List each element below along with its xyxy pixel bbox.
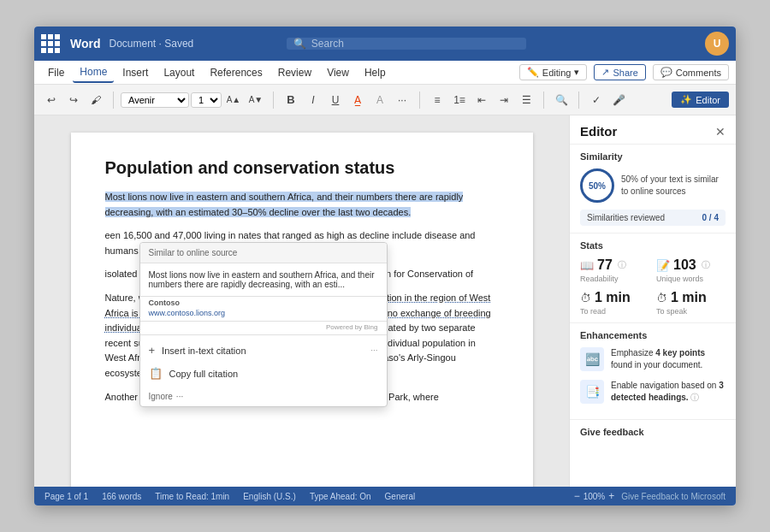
stats-section-title: Stats bbox=[580, 240, 726, 251]
status-bar: Page 1 of 1 166 words Time to Read: 1min… bbox=[34, 487, 736, 505]
enh1-text: Emphasize 4 key points found in your doc… bbox=[611, 347, 726, 371]
unique-words-label: Unique words bbox=[656, 275, 726, 283]
indent-decrease-button[interactable]: ⇤ bbox=[471, 90, 492, 110]
menu-review[interactable]: Review bbox=[271, 63, 318, 82]
underline-button[interactable]: U bbox=[325, 90, 346, 110]
ignore-more[interactable]: ··· bbox=[176, 392, 183, 401]
menu-view[interactable]: View bbox=[320, 63, 356, 82]
enhancements-section: Enhancements 🔤 Emphasize 4 key points fo… bbox=[570, 323, 736, 420]
highlight-button[interactable]: A̲ bbox=[347, 90, 368, 110]
font-grow-button[interactable]: A▲ bbox=[223, 90, 244, 110]
zoom-out-button[interactable]: − bbox=[574, 490, 580, 502]
citation-popup: Similar to online source Most lions now … bbox=[139, 242, 388, 407]
font-size-select[interactable]: 18 bbox=[191, 92, 222, 108]
document-page: Population and conservation status Most … bbox=[71, 133, 533, 487]
menu-references[interactable]: References bbox=[203, 63, 269, 82]
readability-value: 77 bbox=[597, 257, 613, 273]
popup-source-url: www.contoso.lions.org bbox=[140, 309, 387, 322]
stats-grid: 📖 77 ⓘ Readability 📝 103 ⓘ Unique words bbox=[580, 257, 726, 316]
editor-label: Editor bbox=[696, 95, 720, 105]
share-button[interactable]: ↗ Share bbox=[594, 64, 645, 80]
unique-words-value: 103 bbox=[673, 257, 696, 273]
search-icon: 🔍 bbox=[293, 38, 306, 50]
speak-time-label: To speak bbox=[656, 307, 726, 316]
font-select[interactable]: Avenir bbox=[121, 92, 189, 108]
similarities-reviewed-count: 0 / 4 bbox=[702, 213, 719, 222]
italic-button[interactable]: I bbox=[303, 90, 323, 110]
edit-icon: ✏️ bbox=[527, 67, 539, 78]
editor-toolbar-button[interactable]: ✨ Editor bbox=[672, 92, 729, 108]
speak-time-icon-row: ⏱ 1 min bbox=[656, 290, 726, 305]
feedback-link[interactable]: Give Feedback to Microsoft bbox=[621, 492, 726, 501]
menu-layout[interactable]: Layout bbox=[157, 63, 201, 82]
similarity-description: 50% of your text is similar to online so… bbox=[621, 174, 726, 198]
redo-button[interactable]: ↪ bbox=[63, 90, 84, 110]
share-icon: ↗ bbox=[601, 67, 609, 78]
ignore-button[interactable]: Ignore ··· bbox=[140, 388, 387, 406]
font-shrink-button[interactable]: A▼ bbox=[246, 90, 266, 110]
format-painter-button[interactable]: 🖌 bbox=[86, 90, 106, 110]
search-input[interactable] bbox=[311, 38, 519, 50]
similarity-row: 50% 50% of your text is similar to onlin… bbox=[580, 168, 726, 203]
undo-button[interactable]: ↩ bbox=[41, 90, 62, 110]
waffle-icon[interactable] bbox=[41, 34, 60, 53]
spell-check-button[interactable]: ✓ bbox=[586, 90, 607, 110]
find-button[interactable]: 🔍 bbox=[551, 90, 572, 110]
font-color-button[interactable]: A bbox=[370, 90, 390, 110]
comments-button[interactable]: 💬 Comments bbox=[653, 64, 729, 80]
align-button[interactable]: ☰ bbox=[516, 90, 536, 110]
read-time-stat: ⏱ 1 min To read bbox=[580, 290, 649, 316]
editor-sidebar: Editor ✕ Similarity 50% 50% of your text… bbox=[569, 115, 736, 487]
format-group: B I U A̲ A ··· bbox=[281, 90, 412, 110]
ribbon-menu: File Home Insert Layout References Revie… bbox=[34, 61, 736, 85]
copy-citation-button[interactable]: 📋 Copy full citation bbox=[140, 362, 387, 385]
popup-actions: + Insert in-text citation ··· 📋 Copy ful… bbox=[140, 335, 387, 388]
stats-section: Stats 📖 77 ⓘ Readability 📝 103 bbox=[570, 233, 736, 323]
menu-insert[interactable]: Insert bbox=[116, 63, 155, 82]
read-time-status: Time to Read: 1min bbox=[155, 492, 229, 501]
user-avatar[interactable]: U bbox=[705, 32, 729, 56]
unique-words-info-icon[interactable]: ⓘ bbox=[702, 259, 710, 271]
bullets-button[interactable]: ≡ bbox=[427, 90, 447, 110]
copy-icon: 📋 bbox=[149, 367, 163, 380]
ribbon-right: ✏️ Editing ▾ ↗ Share 💬 Comments bbox=[519, 64, 729, 80]
editing-label: Editing bbox=[542, 68, 572, 78]
insert-more-icon[interactable]: ··· bbox=[370, 346, 377, 355]
word-window: Word Document · Saved 🔍 U File Home Inse… bbox=[34, 27, 736, 505]
sidebar-header: Editor ✕ bbox=[570, 115, 736, 145]
similarity-circle: 50% bbox=[580, 168, 614, 203]
menu-home[interactable]: Home bbox=[73, 62, 114, 83]
document-area: Population and conservation status Most … bbox=[34, 115, 569, 487]
share-label: Share bbox=[613, 68, 637, 78]
sidebar-close-button[interactable]: ✕ bbox=[715, 125, 726, 139]
enhancement-1: 🔤 Emphasize 4 key points found in your d… bbox=[580, 347, 726, 371]
status-right: − 100% + Give Feedback to Microsoft bbox=[574, 490, 726, 502]
similarity-section-title: Similarity bbox=[580, 151, 726, 162]
insert-citation-label: Insert in-text citation bbox=[162, 346, 246, 356]
search-bar[interactable]: 🔍 bbox=[287, 38, 526, 50]
popup-powered-by: Powered by Bing bbox=[140, 322, 387, 335]
title-bar: Word Document · Saved 🔍 U bbox=[34, 27, 736, 61]
indent-increase-button[interactable]: ⇥ bbox=[494, 90, 514, 110]
page-status: Page 1 of 1 bbox=[44, 492, 88, 501]
editor-icon: ✨ bbox=[680, 94, 692, 105]
menu-help[interactable]: Help bbox=[358, 63, 393, 82]
general-status: General bbox=[385, 492, 416, 501]
language-status: English (U.S.) bbox=[243, 492, 296, 501]
more-format-button[interactable]: ··· bbox=[392, 90, 412, 110]
dictate-button[interactable]: 🎤 bbox=[608, 90, 629, 110]
font-group: Avenir 18 A▲ A▼ bbox=[121, 90, 266, 110]
similarity-section: Similarity 50% 50% of your text is simil… bbox=[570, 145, 736, 233]
editing-button[interactable]: ✏️ Editing ▾ bbox=[519, 64, 588, 80]
bold-button[interactable]: B bbox=[281, 90, 301, 110]
search-group: 🔍 bbox=[551, 90, 572, 110]
speak-time-value: 1 min bbox=[671, 290, 707, 305]
zoom-in-button[interactable]: + bbox=[608, 490, 614, 502]
readability-info-icon[interactable]: ⓘ bbox=[618, 259, 626, 271]
menu-file[interactable]: File bbox=[41, 63, 71, 82]
insert-citation-button[interactable]: + Insert in-text citation ··· bbox=[140, 339, 387, 362]
feedback-section: Give feedback bbox=[570, 420, 736, 451]
enhancement-2: 📑 Enable navigation based on 3 detected … bbox=[580, 380, 726, 404]
numbering-button[interactable]: 1≡ bbox=[449, 90, 470, 110]
similarities-reviewed-row: Similarities reviewed 0 / 4 bbox=[580, 210, 726, 226]
